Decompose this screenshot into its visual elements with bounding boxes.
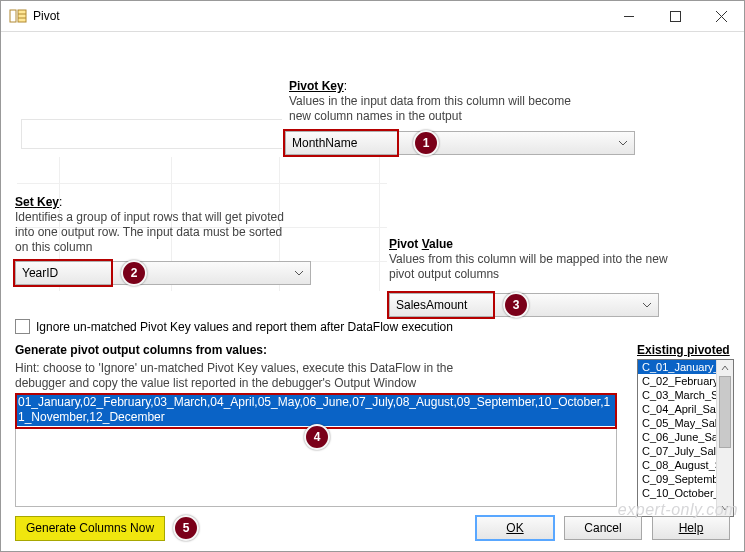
app-icon	[9, 8, 27, 24]
generate-values-input[interactable]: 01_January,02_February,03_March,04_April…	[15, 393, 617, 507]
set-key-desc: Identifies a group of input rows that wi…	[15, 210, 295, 255]
scroll-down-icon[interactable]	[717, 500, 733, 516]
window-title: Pivot	[33, 9, 606, 23]
cancel-button[interactable]: Cancel	[564, 516, 642, 540]
pivot-key-section: Pivot Key: Values in the input data from…	[289, 79, 571, 124]
badge-3: 3	[503, 292, 529, 318]
pivot-key-value: MonthName	[292, 136, 357, 150]
pivot-value-desc: Values from this column will be mapped i…	[389, 252, 679, 282]
badge-4: 4	[304, 424, 330, 450]
maximize-button[interactable]	[652, 1, 698, 31]
maximize-icon	[670, 11, 681, 22]
pivot-value-value: SalesAmount	[396, 298, 467, 312]
existing-columns-list[interactable]: C_01_January_SalesAmount C_02_February_S…	[637, 359, 734, 517]
ignore-unmatched-row: Ignore un-matched Pivot Key values and r…	[15, 319, 453, 334]
window-buttons	[606, 1, 744, 31]
generate-hint: Hint: choose to 'Ignore' un-matched Pivo…	[15, 361, 475, 391]
help-button[interactable]: Help	[652, 516, 730, 540]
scroll-up-icon[interactable]	[717, 360, 733, 376]
set-key-label: Set Key	[15, 195, 59, 209]
pivot-window: Pivot Pivot Key: Values in the input dat…	[0, 0, 745, 552]
ignore-unmatched-checkbox[interactable]	[15, 319, 30, 334]
pivot-value-label: Pivot Value	[389, 237, 453, 251]
chevron-down-icon	[642, 300, 652, 310]
minimize-icon	[624, 16, 634, 17]
set-key-section: Set Key: Identifies a group of input row…	[15, 195, 285, 255]
badge-1: 1	[413, 130, 439, 156]
generate-columns-button[interactable]: Generate Columns Now	[15, 516, 165, 541]
pivot-key-desc1: Values in the input data from this colum…	[289, 94, 571, 109]
set-key-value: YearID	[22, 266, 58, 280]
close-button[interactable]	[698, 1, 744, 31]
titlebar: Pivot	[1, 1, 744, 32]
ignore-unmatched-label: Ignore un-matched Pivot Key values and r…	[36, 320, 453, 334]
pivot-value-section: Pivot Value Values from this column will…	[389, 237, 669, 282]
minimize-button[interactable]	[606, 1, 652, 31]
chevron-down-icon	[618, 138, 628, 148]
ok-button[interactable]: OK	[476, 516, 554, 540]
scroll-thumb[interactable]	[719, 376, 731, 448]
svg-rect-0	[10, 10, 16, 22]
svg-rect-1	[18, 10, 26, 22]
badge-5: 5	[173, 515, 199, 541]
set-key-dropdown[interactable]: YearID	[15, 261, 311, 285]
badge-2: 2	[121, 260, 147, 286]
svg-rect-4	[670, 11, 680, 21]
scrollbar[interactable]	[716, 360, 733, 516]
button-row: Generate Columns Now 5 OK Cancel Help	[1, 515, 744, 541]
pivot-key-desc2: new column names in the output	[289, 109, 571, 124]
pivot-key-dropdown[interactable]: MonthName	[285, 131, 635, 155]
generate-section: Generate pivot output columns from value…	[15, 343, 445, 391]
generate-values-text: 01_January,02_February,03_March,04_April…	[16, 394, 616, 426]
chevron-down-icon	[294, 268, 304, 278]
generate-label: Generate pivot output columns from value…	[15, 343, 267, 357]
pivot-key-label: Pivot Key	[289, 79, 344, 93]
close-icon	[716, 11, 727, 22]
client-area: Pivot Key: Values in the input data from…	[1, 31, 744, 551]
